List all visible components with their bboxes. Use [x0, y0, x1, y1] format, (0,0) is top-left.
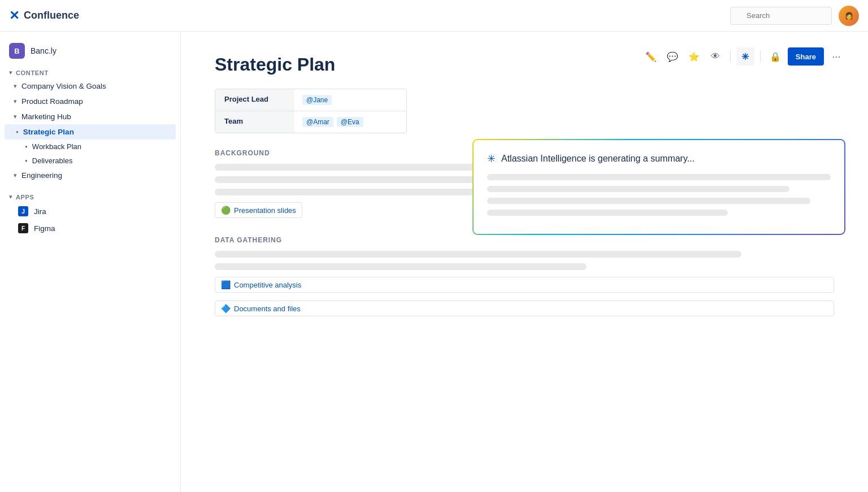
- ai-loading-line-4: [487, 210, 728, 216]
- logo-text: Confluence: [24, 10, 79, 21]
- sidebar-item-company-vision-label: Company Vision & Goals: [21, 82, 106, 90]
- documents-files-label: Documents and files: [234, 304, 301, 313]
- ai-loading-line-3: [487, 198, 810, 204]
- sidebar-item-company-vision[interactable]: ▾ Company Vision & Goals: [0, 79, 180, 94]
- apps-section-header[interactable]: ▾ APPS: [0, 188, 180, 203]
- team-label: Team: [215, 111, 294, 133]
- toolbar-divider-2: [760, 51, 761, 62]
- edit-button[interactable]: ✏️: [642, 47, 660, 66]
- ai-button[interactable]: ✳: [736, 47, 754, 66]
- sidebar-item-figma[interactable]: F Figma: [0, 220, 180, 237]
- more-button[interactable]: ···: [827, 47, 845, 66]
- sidebar-item-figma-label: Figma: [34, 224, 55, 233]
- documents-files-link[interactable]: 🔷 Documents and files: [215, 301, 834, 316]
- competitive-analysis-link[interactable]: 🟦 Competitive analysis: [215, 277, 834, 293]
- content-area: ✏️ 💬 ⭐ 👁 ✳ 🔒 Share ··· Strategic Plan Pr…: [181, 32, 868, 492]
- competitive-analysis-label: Competitive analysis: [234, 281, 301, 289]
- marketing-hub-chevron-icon: ▾: [14, 113, 17, 120]
- dropbox-link-icon: 🔷: [221, 304, 231, 313]
- apps-chevron-icon: ▾: [9, 193, 12, 201]
- share-button[interactable]: Share: [788, 47, 824, 66]
- project-lead-mention[interactable]: @Jane: [302, 95, 332, 105]
- company-vision-chevron-icon: ▾: [14, 82, 17, 90]
- presentation-slides-link[interactable]: 🟢 Presentation slides: [215, 202, 302, 218]
- data-gathering-section-title: DATA GATHERING: [215, 236, 834, 244]
- main-layout: B Banc.ly ▾ CONTENT ▾ Company Vision & G…: [0, 32, 868, 492]
- search-input[interactable]: [730, 7, 832, 25]
- presentation-icon: 🟢: [221, 206, 231, 215]
- sidebar-item-strategic-plan-label: Strategic Plan: [23, 128, 74, 136]
- content-section-header[interactable]: ▾ CONTENT: [0, 63, 180, 79]
- project-lead-label: Project Lead: [215, 89, 294, 111]
- content-chevron-icon: ▾: [9, 69, 12, 76]
- workback-plan-bullet: ●: [25, 144, 28, 149]
- top-navigation: ✕ Confluence 🔍 👩: [0, 0, 868, 32]
- team-mention-eva[interactable]: @Eva: [337, 117, 363, 127]
- ai-loading-line-2: [487, 186, 789, 192]
- avatar[interactable]: 👩: [839, 6, 859, 26]
- workspace-item[interactable]: B Banc.ly: [0, 38, 180, 63]
- engineering-chevron-icon: ▾: [14, 172, 17, 179]
- deliverables-bullet: ●: [25, 158, 28, 163]
- watch-button[interactable]: 👁: [706, 47, 724, 66]
- ai-snowflake-icon: ✳: [741, 51, 749, 62]
- logo[interactable]: ✕ Confluence: [9, 8, 79, 23]
- sidebar-item-product-roadmap[interactable]: ▾ Product Roadmap: [0, 94, 180, 109]
- figma-icon: F: [18, 223, 28, 233]
- ai-panel-header: ✳ Atlassian Intelligence is generating a…: [487, 153, 831, 165]
- presentation-slides-label: Presentation slides: [234, 206, 296, 215]
- jira-icon: J: [18, 206, 28, 216]
- ai-loading-line-1: [487, 174, 831, 180]
- ai-panel-title: Atlassian Intelligence is generating a s…: [501, 154, 695, 164]
- comment-button[interactable]: 💬: [663, 47, 682, 66]
- data-gathering-line-1: [215, 251, 741, 258]
- apps-section-label: APPS: [16, 194, 34, 201]
- star-button[interactable]: ⭐: [685, 47, 703, 66]
- content-section-label: CONTENT: [16, 69, 49, 76]
- jira-link-icon: 🟦: [221, 280, 231, 289]
- sidebar-item-strategic-plan[interactable]: ● Strategic Plan: [5, 124, 176, 140]
- ai-snowflake-icon-panel: ✳: [487, 153, 496, 165]
- sidebar-item-workback-plan-label: Workback Plan: [32, 142, 81, 151]
- metadata-table: Project Lead @Jane Team @Amar @Eva: [215, 89, 407, 133]
- sidebar-item-jira[interactable]: J Jira: [0, 203, 180, 220]
- sidebar: B Banc.ly ▾ CONTENT ▾ Company Vision & G…: [0, 32, 181, 492]
- sidebar-item-engineering-label: Engineering: [21, 171, 62, 180]
- sidebar-item-jira-label: Jira: [34, 207, 46, 216]
- workspace-name: Banc.ly: [31, 46, 57, 55]
- project-lead-row: Project Lead @Jane: [215, 89, 406, 111]
- sidebar-item-marketing-hub[interactable]: ▾ Marketing Hub: [0, 109, 180, 124]
- team-mention-amar[interactable]: @Amar: [302, 117, 333, 127]
- sidebar-item-deliverables-label: Deliverables: [32, 156, 73, 165]
- page-toolbar: ✏️ 💬 ⭐ 👁 ✳ 🔒 Share ···: [642, 47, 845, 66]
- sidebar-item-marketing-hub-label: Marketing Hub: [21, 112, 71, 121]
- data-gathering-line-2: [215, 263, 587, 270]
- project-lead-value: @Jane: [294, 89, 340, 111]
- ai-panel: ✳ Atlassian Intelligence is generating a…: [474, 140, 844, 234]
- workspace-icon: B: [9, 43, 25, 59]
- sidebar-item-workback-plan[interactable]: ● Workback Plan: [0, 140, 180, 154]
- product-roadmap-chevron-icon: ▾: [14, 98, 17, 105]
- restrict-button[interactable]: 🔒: [766, 47, 784, 66]
- confluence-logo-icon: ✕: [9, 8, 19, 23]
- sidebar-item-engineering[interactable]: ▾ Engineering: [0, 168, 180, 183]
- toolbar-divider: [730, 51, 731, 62]
- sidebar-item-deliverables[interactable]: ● Deliverables: [0, 154, 180, 168]
- ai-panel-border: ✳ Atlassian Intelligence is generating a…: [472, 139, 845, 235]
- strategic-plan-bullet: ●: [16, 129, 19, 134]
- search-wrapper: 🔍: [730, 7, 832, 25]
- avatar-initials: 👩: [845, 12, 853, 20]
- sidebar-item-product-roadmap-label: Product Roadmap: [21, 97, 83, 106]
- team-value: @Amar @Eva: [294, 111, 371, 133]
- data-gathering-links: 🟦 Competitive analysis 🔷 Documents and f…: [215, 277, 834, 321]
- team-row: Team @Amar @Eva: [215, 111, 406, 133]
